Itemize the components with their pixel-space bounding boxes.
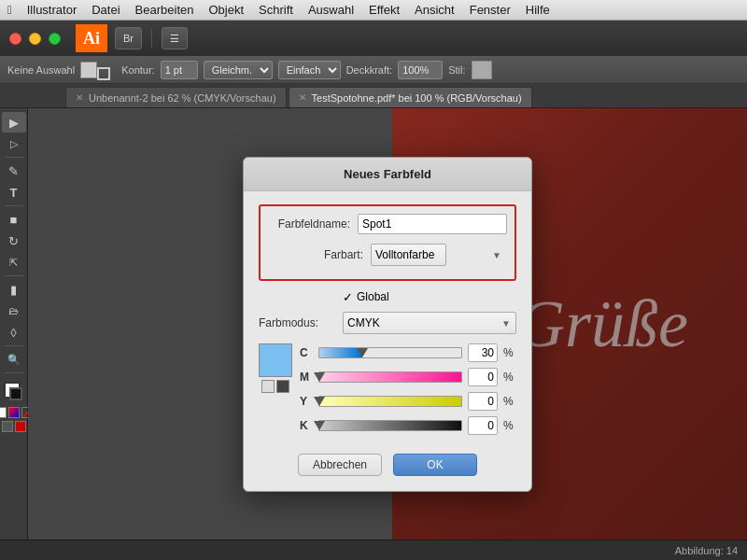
stil-label: Stil:: [448, 64, 465, 76]
ok-button[interactable]: OK: [393, 454, 477, 476]
arrange-button[interactable]: ☰: [162, 27, 188, 49]
direct-selection-tool[interactable]: ▷: [2, 133, 26, 154]
tab-unbenannt[interactable]: ✕ Unbenannt-2 bei 62 % (CMYK/Vorschau): [65, 87, 287, 107]
eyedropper-tool[interactable]: 🗁: [2, 301, 26, 321]
no-selection-label: Keine Auswahl: [7, 64, 75, 76]
scale-tool[interactable]: ⇱: [2, 252, 26, 273]
farbmodus-row: Farbmodus: CMYK RGB Lab ▼: [259, 312, 516, 334]
m-slider-row: M %: [300, 368, 516, 386]
small-swatches: [261, 380, 289, 393]
c-slider-thumb[interactable]: [357, 348, 368, 357]
fill-swatch[interactable]: [80, 62, 97, 78]
select-arrow-icon: ▼: [492, 249, 501, 259]
farbart-select-wrapper: Volltonfarbe Prozessfarbe ▼: [371, 244, 507, 266]
k-pct-label: %: [503, 419, 516, 432]
farbmodus-select-wrapper: CMYK RGB Lab ▼: [343, 312, 516, 334]
small-swatch-2[interactable]: [276, 380, 289, 393]
tool-separator-5: [5, 372, 23, 373]
menu-objekt[interactable]: Objekt: [208, 3, 244, 17]
checkmark-icon: ✓: [343, 290, 353, 304]
m-value-input[interactable]: [468, 368, 498, 386]
y-slider-thumb[interactable]: [314, 397, 325, 406]
selection-tool[interactable]: ▶: [2, 112, 26, 133]
apple-menu[interactable]: : [7, 3, 12, 17]
gradient-tool[interactable]: ▮: [2, 279, 26, 300]
c-value-input[interactable]: [468, 343, 498, 362]
k-slider-track[interactable]: [318, 420, 462, 431]
view-mode-icons: [2, 421, 26, 432]
main-color-swatch[interactable]: [259, 343, 292, 377]
m-pct-label: %: [503, 371, 516, 384]
farbart-select[interactable]: Volltonfarbe Prozessfarbe: [371, 244, 446, 266]
global-label: Global: [357, 290, 389, 303]
optionsbar: Keine Auswahl Kontur: Gleichm. Einfach D…: [0, 56, 747, 84]
menu-fenster[interactable]: Fenster: [470, 3, 511, 17]
y-slider-track[interactable]: [318, 396, 462, 407]
tab-close-icon[interactable]: ✕: [76, 92, 83, 103]
farbmodus-select[interactable]: CMYK RGB Lab: [343, 312, 516, 334]
pen-tool[interactable]: ✎: [2, 161, 26, 181]
menu-hilfe[interactable]: Hilfe: [526, 3, 550, 17]
m-slider-track[interactable]: [318, 371, 462, 383]
gradient-mode-icon[interactable]: [8, 407, 20, 418]
global-row: ✓ Global: [259, 290, 516, 304]
menu-datei[interactable]: Datei: [92, 3, 120, 17]
white-mode-icon[interactable]: [0, 407, 7, 418]
dialog-body: Farbfeldname: Farbart: Volltonfarbe Proz…: [244, 191, 531, 491]
kontur-input[interactable]: [161, 61, 198, 79]
c-pct-label: %: [503, 346, 516, 359]
zoom-tool[interactable]: 🔍: [2, 349, 26, 370]
tool-separator-4: [5, 345, 23, 346]
farbart-row: Farbart: Volltonfarbe Prozessfarbe ▼: [268, 244, 507, 266]
tool-separator-3: [5, 275, 23, 276]
farbmodus-label: Farbmodus:: [259, 316, 343, 329]
menu-effekt[interactable]: Effekt: [369, 3, 400, 17]
menu-ansicht[interactable]: Ansicht: [415, 3, 455, 17]
name-input[interactable]: [358, 214, 507, 234]
canvas-area: le Grüße Neues Farbfeld Farbfeldname:: [28, 108, 747, 539]
dialog-buttons: Abbrechen OK: [259, 454, 516, 478]
tabs-bar: ✕ Unbenannt-2 bei 62 % (CMYK/Vorschau) ✕…: [0, 84, 747, 108]
menu-auswahl[interactable]: Auswahl: [308, 3, 354, 17]
status-text: Abbildung: 14: [675, 545, 738, 556]
color-area: C % M: [259, 343, 516, 441]
preview-view-icon[interactable]: [15, 421, 26, 432]
y-value-input[interactable]: [468, 392, 498, 411]
name-label: Farbfeldname:: [268, 217, 358, 231]
y-pct-label: %: [503, 395, 516, 408]
tab-label-testspot: TestSpotohne.pdf* bei 100 % (RGB/Vorscha…: [312, 92, 522, 104]
deckkraft-input[interactable]: [398, 61, 443, 79]
text-tool[interactable]: T: [2, 182, 26, 203]
rotate-tool[interactable]: ↻: [2, 231, 26, 251]
color-swatches[interactable]: [2, 380, 26, 404]
menu-schrift[interactable]: Schrift: [259, 3, 293, 17]
stroke-type-select[interactable]: Einfach: [278, 61, 341, 79]
left-toolbar: ▶ ▷ ✎ T ■ ↻ ⇱ ▮ 🗁 ◊ 🔍: [0, 108, 28, 539]
m-label: M: [300, 371, 313, 384]
shape-tool[interactable]: ■: [2, 209, 26, 230]
maximize-button[interactable]: [49, 33, 61, 45]
bridge-button[interactable]: Br: [115, 27, 142, 49]
cancel-button[interactable]: Abbrechen: [298, 454, 382, 476]
menu-bearbeiten[interactable]: Bearbeiten: [135, 3, 194, 17]
stroke-swatch[interactable]: [97, 67, 110, 80]
tab-close-icon-active[interactable]: ✕: [299, 92, 306, 103]
stroke-style-select[interactable]: Gleichm.: [204, 61, 273, 79]
k-value-input[interactable]: [468, 416, 498, 435]
close-button[interactable]: [9, 33, 21, 45]
tab-testspot[interactable]: ✕ TestSpotohne.pdf* bei 100 % (RGB/Vorsc…: [289, 87, 532, 107]
c-slider-track[interactable]: [318, 347, 462, 358]
menu-illustrator[interactable]: Illustrator: [27, 3, 77, 17]
farbart-label: Farbart:: [268, 248, 371, 261]
normal-view-icon[interactable]: [2, 421, 13, 432]
small-swatch-1[interactable]: [261, 380, 275, 393]
k-slider-thumb[interactable]: [314, 421, 325, 430]
name-row: Farbfeldname:: [268, 214, 507, 234]
dialog-title: Neues Farbfeld: [244, 158, 531, 191]
blend-tool[interactable]: ◊: [2, 322, 26, 343]
minimize-button[interactable]: [29, 33, 41, 45]
m-slider-thumb[interactable]: [314, 372, 325, 382]
cmyk-sliders: C % M: [300, 343, 516, 441]
main-area: ▶ ▷ ✎ T ■ ↻ ⇱ ▮ 🗁 ◊ 🔍: [0, 108, 747, 539]
c-label: C: [300, 346, 313, 359]
